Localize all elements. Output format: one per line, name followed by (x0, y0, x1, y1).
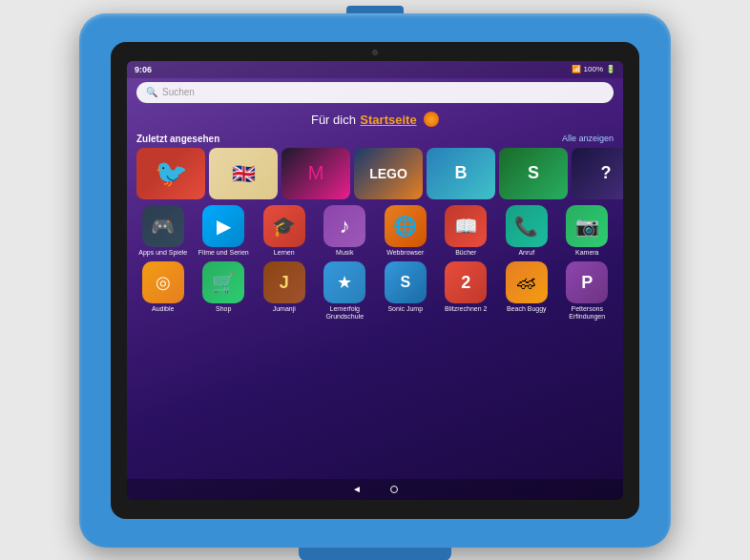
app-shop[interactable]: 🛒 Shop (196, 261, 253, 320)
apps-row-1: 🎮 Apps und Spiele ▶ Filme und Serien 🎓 L… (127, 205, 623, 257)
recent-item-lego[interactable]: LEGO (354, 148, 423, 199)
app-icon-web: 🌐 (385, 205, 427, 247)
app-label-lernen: Lernen (274, 249, 295, 257)
app-icon-beach: 🏎 (506, 261, 548, 303)
app-blitzrechnen[interactable]: 2 Blitzrechnen 2 (438, 261, 495, 320)
fur-dich-label: Für dich (311, 113, 356, 127)
app-icon-pettersons: P (566, 261, 608, 303)
app-webbrowser[interactable]: 🌐 Webbrowser (377, 205, 434, 257)
app-kamera[interactable]: 📷 Kamera (559, 205, 616, 257)
app-icon-lernerfolg: ★ (323, 261, 365, 303)
camera-dot (372, 50, 378, 55)
status-icons: 📶 100% 🔋 (572, 65, 615, 73)
recent-item-sago[interactable]: S (499, 148, 568, 199)
nav-bar: ◄ (127, 479, 623, 500)
app-label-blitz: Blitzrechnen 2 (445, 305, 487, 313)
app-label-jumanji: Jumanji (273, 305, 296, 313)
app-musik[interactable]: ♪ Musik (317, 205, 374, 257)
app-beach-buggy[interactable]: 🏎 Beach Buggy (498, 261, 555, 320)
recently-viewed-title: Zuletzt angesehen (136, 134, 219, 144)
recent-item-angry-birds[interactable]: 🐦 (136, 148, 205, 199)
app-icon-jumanji: J (263, 261, 305, 303)
app-label-apps: Apps und Spiele (138, 249, 187, 257)
app-lernerfolg[interactable]: ★ Lernerfolg Grundschule (317, 261, 374, 320)
tablet-device: 9:06 📶 100% 🔋 🔍 Suchen Für dich Startsei… (79, 13, 671, 548)
screen: 9:06 📶 100% 🔋 🔍 Suchen Für dich Startsei… (127, 61, 623, 500)
home-button[interactable] (390, 486, 398, 493)
status-time: 9:06 (135, 65, 152, 74)
app-icon-anruf: 📞 (506, 205, 548, 247)
battery-icon: 🔋 (606, 65, 615, 73)
app-label-filme: Filme und Serien (198, 249, 249, 257)
recent-item-miraculous[interactable]: M (281, 148, 350, 199)
app-filme[interactable]: ▶ Filme und Serien (196, 205, 253, 257)
search-icon: 🔍 (146, 87, 157, 97)
app-label-kamera: Kamera (575, 249, 599, 257)
search-bar[interactable]: 🔍 Suchen (136, 82, 614, 103)
app-audible[interactable]: ◎ Audible (135, 261, 192, 320)
app-lernen[interactable]: 🎓 Lernen (256, 205, 313, 257)
app-label-pettersons: Pettersons Erfindungen (559, 305, 616, 320)
app-icon-sonic: S (385, 261, 427, 303)
app-label-beach: Beach Buggy (507, 305, 547, 313)
app-jumanji[interactable]: J Jumanji (256, 261, 313, 320)
app-label-shop: Shop (216, 305, 231, 313)
app-icon-shop: 🛒 (202, 261, 244, 303)
search-placeholder: Suchen (162, 87, 195, 97)
tablet-bezel: 9:06 📶 100% 🔋 🔍 Suchen Für dich Startsei… (111, 42, 639, 519)
wifi-icon: 📶 (572, 65, 581, 73)
recently-viewed-header: Zuletzt angesehen Alle anzeigen (127, 134, 623, 148)
app-buecher[interactable]: 📖 Bücher (438, 205, 495, 257)
app-label-sonic: Sonic Jump (387, 305, 423, 313)
app-label-web: Webbrowser (386, 249, 424, 257)
app-anruf[interactable]: 📞 Anruf (498, 205, 555, 257)
status-bar: 9:06 📶 100% 🔋 (127, 61, 623, 78)
back-button[interactable]: ◄ (352, 484, 362, 494)
recent-item-diefrie[interactable]: ? (572, 148, 623, 199)
app-pettersons[interactable]: P Pettersons Erfindungen (559, 261, 616, 320)
startseite-icon (424, 112, 439, 127)
app-apps-spiele[interactable]: 🎮 Apps und Spiele (135, 205, 192, 257)
recent-item-bibi[interactable]: B (427, 148, 495, 199)
startseite-label[interactable]: Startseite (360, 113, 416, 127)
app-icon-books: 📖 (445, 205, 487, 247)
app-icon-musik: ♪ (323, 205, 365, 247)
app-icon-blitz: 2 (445, 261, 487, 303)
recent-item-pippi[interactable]: 🇬🇧 (209, 148, 278, 199)
app-icon-kamera: 📷 (566, 205, 608, 247)
app-icon-filme: ▶ (202, 205, 244, 247)
app-icon-lernen: 🎓 (263, 205, 305, 247)
app-sonic-jump[interactable]: S Sonic Jump (377, 261, 434, 320)
app-label-books: Bücher (455, 249, 476, 257)
app-label-anruf: Anruf (518, 249, 534, 257)
apps-row-2: ◎ Audible 🛒 Shop J Jumanji ★ Lernerfolg … (127, 261, 623, 320)
app-label-lernerfolg: Lernerfolg Grundschule (317, 305, 374, 320)
recent-row: 🐦 🇬🇧 M LEGO B S ? (127, 148, 623, 199)
title-area: Für dich Startseite (127, 107, 623, 134)
all-button[interactable]: Alle anzeigen (562, 134, 614, 143)
app-label-audible: Audible (152, 305, 174, 313)
app-label-musik: Musik (336, 249, 353, 257)
app-icon-audible: ◎ (142, 261, 184, 303)
battery-text: 100% (584, 65, 603, 73)
app-icon-apps: 🎮 (142, 205, 184, 247)
